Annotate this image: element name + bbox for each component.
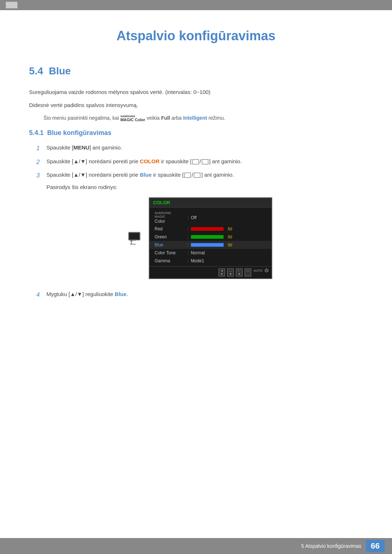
description2: Didesnė vertė padidins spalvos intensyvu…	[29, 101, 363, 110]
osd-label-red: Red	[155, 226, 187, 231]
osd-btn-power: ⏻	[265, 268, 269, 277]
subsection-number: 5.4.1	[29, 129, 44, 136]
osd-btn-left: ◄▼	[219, 268, 225, 276]
step-4-number: 4	[36, 290, 46, 300]
monitor-container: COLOR SAMSUNGMAGIC Color : Off	[36, 197, 363, 279]
section-number: 5.4	[29, 65, 43, 77]
osd-sep-colortone: :	[187, 250, 189, 255]
step-1: 1 Spauskite [MENU] ant gaminio.	[36, 143, 363, 153]
step-1-content: Spauskite [MENU] ant gaminio.	[46, 143, 363, 152]
osd-sep-gamma: :	[187, 258, 189, 263]
icon-square	[192, 159, 199, 164]
osd-body: SAMSUNGMAGIC Color : Off Red :	[150, 208, 271, 278]
section-title: Blue	[49, 65, 71, 77]
osd-row-green: Green : 50	[150, 233, 271, 241]
osd-bar-green-container: 50	[191, 235, 232, 239]
note-paragraph: Šio meniu pasirinkti negalima, kai SAMSU…	[44, 114, 363, 122]
osd-sep-blue: :	[187, 242, 189, 247]
osd-num-red: 50	[225, 227, 232, 231]
step-3-content: Spauskite [▲/▼] norėdami pereiti prie Bl…	[46, 171, 363, 179]
svg-rect-3	[133, 240, 136, 241]
subsection-title: Blue konfigūravimas	[47, 129, 111, 136]
osd-btn-menu: ▭	[245, 268, 251, 276]
osd-btn-minus: —▼	[227, 268, 234, 276]
samsung-magic-label: SAMSUNGMAGIC Color	[121, 115, 145, 122]
osd-val-gamma: Mode1	[191, 258, 204, 263]
osd-row-magic-color: SAMSUNGMAGIC Color : Off	[150, 210, 271, 225]
osd-bar-green	[191, 235, 224, 239]
step-2-number: 2	[36, 157, 46, 167]
osd-num-blue: 50	[225, 243, 232, 247]
step-3-note: Pasirodys šis ekrano rodinys:	[46, 184, 363, 190]
step-1-number: 1	[36, 143, 46, 153]
top-bar	[0, 0, 392, 10]
osd-menu-box: COLOR SAMSUNGMAGIC Color : Off	[149, 197, 272, 279]
step-3-number: 3	[36, 171, 46, 180]
osd-row-gamma: Gamma : Mode1	[150, 257, 271, 265]
monitor-icon	[127, 231, 142, 245]
osd-title: COLOR	[150, 198, 271, 208]
step-2-content: Spauskite [▲/▼] norėdami pereiti prie CO…	[46, 157, 363, 166]
note-mode: režimu.	[208, 115, 225, 121]
osd-bar-blue	[191, 243, 224, 247]
top-bar-square	[6, 2, 17, 8]
osd-sep-1: :	[187, 215, 189, 220]
page-footer: 5 Atspalvio konfigūravimas 66	[0, 538, 392, 554]
step-2: 2 Spauskite [▲/▼] norėdami pereiti prie …	[36, 157, 363, 167]
note-text-before: Šio meniu pasirinkti negalima, kai	[44, 115, 121, 121]
monitor-wrap: COLOR SAMSUNGMAGIC Color : Off	[127, 197, 272, 279]
step-3: 3 Spauskite [▲/▼] norėdami pereiti prie …	[36, 171, 363, 180]
osd-sep-green: :	[187, 234, 189, 239]
note-full-label: Full	[161, 115, 170, 121]
osd-bar-red-container: 50	[191, 227, 232, 231]
icon-enter2	[194, 173, 200, 178]
osd-btn-auto: AUTO	[253, 269, 262, 276]
osd-toolbar: ◄▼ —▼ +▼ ▭ AUTO ⏻	[150, 266, 271, 278]
osd-num-green: 50	[225, 235, 232, 239]
osd-sep-red: :	[187, 226, 189, 231]
osd-bar-blue-container: 50	[191, 243, 232, 247]
svg-rect-5	[130, 244, 136, 245]
monitor-icon-area	[127, 231, 142, 245]
svg-point-2	[130, 240, 132, 242]
note-intelligent-label: Intelligent	[183, 115, 207, 121]
osd-row-red: Red : 50	[150, 225, 271, 233]
note-text-middle: veikia	[147, 115, 161, 121]
osd-label-colortone: Color Tone	[155, 250, 187, 255]
footer-page-number: 66	[366, 540, 385, 552]
subsection-heading: 5.4.1 Blue konfigūravimas	[29, 129, 363, 137]
description1: Sureguliuojama vaizde rodomos mėlynos sp…	[29, 88, 363, 97]
osd-row-blue: Blue : 50	[150, 241, 271, 249]
step-4: 4 Mygtuku [▲/▼] reguliuokite Blue.	[36, 290, 363, 300]
osd-label-magic: SAMSUNGMAGIC Color	[155, 212, 187, 224]
svg-rect-1	[129, 233, 139, 239]
osd-label-gamma: Gamma	[155, 258, 187, 263]
main-content: Atspalvio konfigūravimas 5.4 Blue Suregu…	[0, 10, 392, 332]
osd-btn-plus: +▼	[236, 268, 242, 276]
icon-square2	[184, 173, 191, 178]
osd-bar-red	[191, 227, 224, 231]
osd-val-colortone: Normal	[191, 250, 205, 255]
osd-row-colortone: Color Tone : Normal	[150, 249, 271, 257]
osd-label-green: Green	[155, 234, 187, 239]
svg-marker-4	[131, 242, 132, 244]
step-4-content: Mygtuku [▲/▼] reguliuokite Blue.	[46, 290, 363, 299]
osd-val-magic: Off	[191, 215, 197, 220]
page-title: Atspalvio konfigūravimas	[29, 28, 363, 44]
osd-label-blue: Blue	[155, 242, 187, 247]
footer-text: 5 Atspalvio konfigūravimas	[301, 543, 362, 549]
section-heading: 5.4 Blue	[29, 65, 363, 77]
steps-list: 1 Spauskite [MENU] ant gaminio. 2 Spausk…	[36, 143, 363, 300]
note-or: arba	[171, 115, 183, 121]
icon-enter	[202, 159, 208, 164]
